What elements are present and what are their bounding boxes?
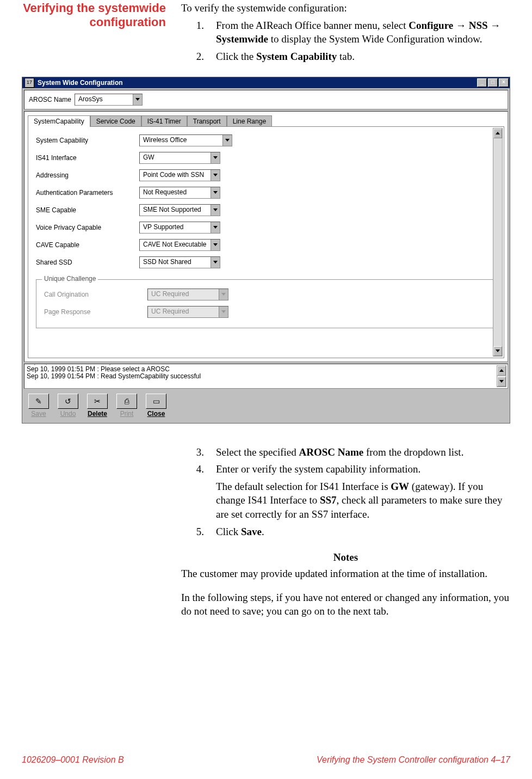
vertical-scrollbar[interactable] — [493, 128, 503, 357]
log-scrollbar[interactable] — [497, 365, 506, 387]
call-origination-label: Call Origination — [44, 291, 147, 298]
tab-line-range[interactable]: Line Range — [227, 115, 272, 127]
delete-icon: ✂ — [87, 394, 108, 409]
field-value: Not Requested — [140, 187, 211, 198]
field-value: Point Code with SSN — [140, 170, 211, 181]
print-icon: ⎙ — [116, 394, 137, 409]
status-log: Sep 10, 1999 01:51 PM : Ready Sep 10, 19… — [24, 364, 508, 389]
arosc-name-label: AROSC Name — [29, 96, 71, 103]
group-legend: Unique Challenge — [42, 275, 98, 283]
field-label: SME Capable — [36, 206, 139, 214]
step-text: Enter or verify the system capability in… — [216, 462, 510, 476]
print-button: ⎙Print — [114, 394, 140, 418]
chevron-down-icon[interactable] — [211, 205, 220, 216]
step-text: Select the specified AROSC Name from the… — [216, 445, 510, 459]
scroll-up-button[interactable] — [497, 366, 506, 376]
chevron-down-icon[interactable] — [222, 135, 232, 146]
step-number: 1. — [181, 19, 216, 46]
chevron-down-icon[interactable] — [211, 257, 220, 268]
chevron-down-icon[interactable] — [211, 170, 220, 181]
steps-bottom-2: 5. Click Save. — [181, 525, 510, 539]
field-label: Authentication Parameters — [36, 189, 139, 197]
field-label: Voice Privacy Capable — [36, 224, 139, 231]
button-label: Delete — [84, 410, 110, 418]
unique-challenge-group: Unique Challenge Call Origination UC Req… — [36, 279, 496, 328]
footer-left: 1026209–0001 Revision B — [22, 755, 124, 765]
field-label: IS41 Interface — [36, 154, 139, 162]
field-dropdown[interactable]: Wireless Office — [139, 134, 232, 146]
button-label: Close — [143, 410, 169, 418]
step-number: 4. — [181, 462, 216, 476]
note-text: In the following steps, if you have not … — [181, 591, 510, 618]
arosc-name-value: ArosSys — [75, 94, 133, 105]
section-heading: Verifying the systemwide configuration — [22, 1, 181, 30]
step-number: 2. — [181, 50, 216, 64]
field-dropdown[interactable]: GW — [139, 152, 220, 164]
field-value: GW — [140, 152, 211, 163]
field-dropdown[interactable]: SME Not Supported — [139, 204, 220, 216]
steps-bottom: 3. Select the specified AROSC Name from … — [181, 445, 510, 476]
step-text: Click Save. — [216, 525, 510, 539]
field-value: Wireless Office — [140, 135, 222, 146]
scroll-up-button[interactable] — [493, 128, 502, 138]
arosc-name-dropdown[interactable]: ArosSys — [75, 94, 143, 106]
undo-icon: ↺ — [58, 394, 78, 409]
footer-right: Verifying the System Controller configur… — [317, 755, 510, 765]
tab-system-capability[interactable]: SystemCapability — [28, 115, 90, 127]
minimize-button[interactable]: _ — [477, 78, 487, 87]
log-line: Sep 10, 1999 01:51 PM : Please select a … — [27, 366, 497, 373]
step-text: Click the System Capability tab. — [216, 50, 510, 64]
close-icon: ▭ — [146, 394, 166, 409]
field-value: SSD Not Shared — [140, 257, 211, 268]
delete-button[interactable]: ✂Delete — [84, 394, 110, 418]
steps-top: 1. From the AIReach Office banner menu, … — [181, 19, 510, 64]
step-text: From the AIReach Office banner menu, sel… — [216, 19, 510, 46]
field-dropdown[interactable]: VP Supported — [139, 222, 220, 234]
tab-is41-timer[interactable]: IS-41 Timer — [141, 115, 187, 127]
note-text: The customer may provide updated informa… — [181, 567, 510, 581]
button-label: Print — [114, 410, 140, 418]
field-label: Shared SSD — [36, 259, 139, 266]
field-dropdown[interactable]: CAVE Not Executable — [139, 239, 220, 251]
toolbar: ✎Save↺Undo✂Delete⎙Print▭Close — [22, 390, 510, 423]
tab-transport[interactable]: Transport — [187, 115, 227, 127]
notes-heading: Notes — [181, 550, 510, 565]
field-dropdown[interactable]: Not Requested — [139, 187, 220, 199]
field-value: CAVE Not Executable — [140, 240, 211, 250]
save-button: ✎Save — [26, 394, 52, 418]
chevron-down-icon — [219, 306, 228, 317]
field-dropdown[interactable]: SSD Not Shared — [139, 256, 220, 268]
field-label: CAVE Capable — [36, 241, 139, 249]
step-subtext: The default selection for IS41 Interface… — [216, 480, 510, 522]
intro-text: To verify the systemwide configuration: — [181, 1, 510, 15]
chevron-down-icon[interactable] — [211, 187, 220, 198]
scroll-down-button[interactable] — [497, 377, 506, 387]
chevron-down-icon[interactable] — [133, 94, 142, 105]
undo-button: ↺Undo — [55, 394, 81, 418]
tab-panel: System CapabilityWireless OfficeIS41 Int… — [28, 126, 504, 358]
system-wide-configuration-window: 17 System Wide Configuration _ □ × AROSC… — [22, 77, 510, 424]
chevron-down-icon[interactable] — [211, 152, 220, 163]
field-label: System Capability — [36, 137, 139, 144]
close-button[interactable]: ▭Close — [143, 394, 169, 418]
call-origination-value: UC Required — [148, 289, 219, 300]
system-icon[interactable]: 17 — [24, 78, 34, 88]
button-label: Save — [26, 410, 52, 418]
titlebar[interactable]: 17 System Wide Configuration _ □ × — [22, 77, 510, 88]
call-origination-dropdown: UC Required — [147, 289, 228, 300]
page-response-value: UC Required — [148, 306, 219, 317]
tab-service-code[interactable]: Service Code — [90, 115, 141, 127]
chevron-down-icon — [219, 289, 228, 300]
page-response-label: Page Response — [44, 308, 147, 316]
chevron-down-icon[interactable] — [211, 240, 220, 250]
arosc-strip: AROSC Name ArosSys — [24, 90, 508, 109]
save-icon: ✎ — [28, 394, 49, 409]
field-value: SME Not Supported — [140, 205, 211, 216]
button-label: Undo — [55, 410, 81, 418]
chevron-down-icon[interactable] — [211, 222, 220, 233]
scroll-down-button[interactable] — [493, 346, 502, 356]
field-label: Addressing — [36, 171, 139, 179]
field-dropdown[interactable]: Point Code with SSN — [139, 169, 220, 181]
close-button[interactable]: × — [499, 78, 509, 87]
maximize-button[interactable]: □ — [488, 78, 498, 87]
